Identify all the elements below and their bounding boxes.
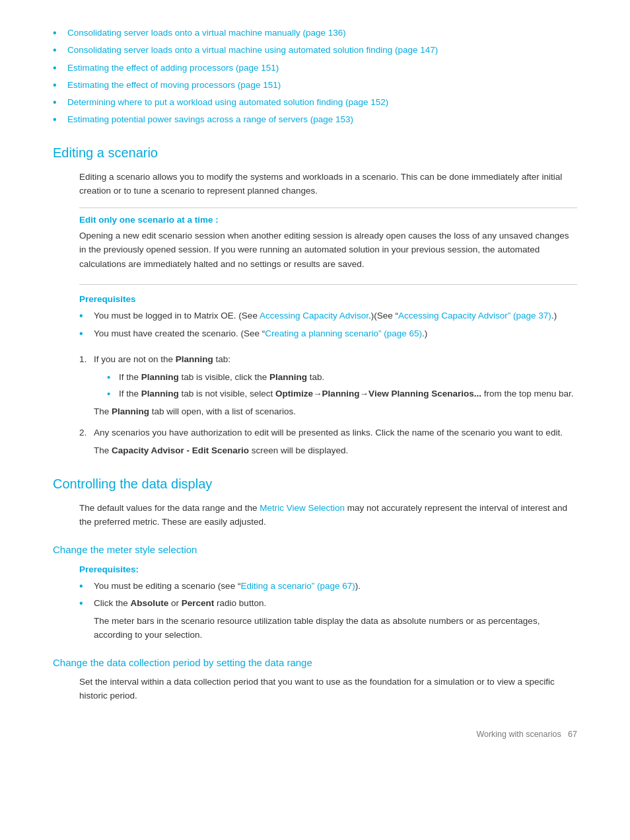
link-metric-view-selection[interactable]: Metric View Selection (260, 503, 345, 513)
controlling-data-intro: The default values for the data range an… (79, 501, 577, 529)
info-box-title: Edit only one scenario at a time : (79, 215, 577, 225)
list-item: Determining where to put a workload usin… (53, 96, 577, 109)
prerequisites-title: Prerequisites (79, 294, 577, 304)
link-creating-planning-scenario[interactable]: Creating a planning scenario” (page 65) (265, 328, 422, 338)
meter-followup: The meter bars in the scenario resource … (94, 614, 577, 642)
change-data-collection-content: Set the interval within a data collectio… (79, 675, 577, 703)
list-item: Consolidating server loads onto a virtua… (53, 44, 577, 57)
top-bullet-list: Consolidating server loads onto a virtua… (53, 26, 577, 127)
editing-scenario-content: Editing a scenario allows you to modify … (79, 170, 577, 458)
change-data-collection-intro: Set the interval within a data collectio… (79, 675, 577, 703)
link-estimating-moving[interactable]: Estimating the effect of moving processo… (67, 80, 281, 90)
link-accessing-capacity-advisor-1[interactable]: Accessing Capacity Advisor (260, 311, 368, 321)
controlling-data-display-content: The default values for the data range an… (79, 501, 577, 529)
link-accessing-capacity-advisor-2[interactable]: Accessing Capacity Advisor” (page 37) (398, 311, 551, 321)
sub-bullet-2: If the Planning tab is not visible, sele… (107, 387, 577, 401)
link-estimating-adding[interactable]: Estimating the effect of adding processo… (67, 63, 279, 73)
prerequisite-item-2: You must have created the scenario. (See… (79, 327, 577, 340)
prerequisites-list: You must be logged in to Matrix OE. (See… (79, 309, 577, 340)
change-meter-style-content: Prerequisites: You must be editing a sce… (79, 564, 577, 642)
prerequisite-item-1: You must be logged in to Matrix OE. (See… (79, 309, 577, 323)
change-meter-style-heading: Change the meter style selection (53, 544, 577, 555)
sub-bullet-1: If the Planning tab is visible, click th… (107, 371, 577, 384)
step-1-subbullets: If the Planning tab is visible, click th… (107, 371, 577, 401)
list-item: Estimating the effect of adding processo… (53, 61, 577, 75)
step-1-text: If you are not on the Planning tab: (94, 354, 230, 364)
list-item: Estimating potential power savings acros… (53, 113, 577, 126)
link-estimating-power[interactable]: Estimating potential power savings acros… (67, 114, 353, 124)
link-consolidating-auto[interactable]: Consolidating server loads onto a virtua… (67, 45, 438, 55)
step-2: 2. Any scenarios you have authorization … (79, 426, 577, 458)
editing-scenario-heading: Editing a scenario (53, 145, 577, 161)
step-2-num: 2. (79, 426, 87, 440)
page-container: Consolidating server loads onto a virtua… (0, 0, 630, 779)
meter-prerequisites-title: Prerequisites: (79, 564, 577, 574)
editing-scenario-intro: Editing a scenario allows you to modify … (79, 170, 577, 198)
link-editing-scenario-ref[interactable]: Editing a scenario” (page 67) (240, 581, 355, 591)
change-data-collection-heading: Change the data collection period by set… (53, 657, 577, 668)
footer-page: 67 (568, 730, 577, 739)
footer-text: Working with scenarios (476, 730, 561, 739)
link-determining-workload[interactable]: Determining where to put a workload usin… (67, 97, 388, 107)
step-1: 1. If you are not on the Planning tab: I… (79, 352, 577, 419)
step-2-followup: The Capacity Advisor - Edit Scenario scr… (94, 443, 577, 458)
steps-list: 1. If you are not on the Planning tab: I… (79, 352, 577, 458)
list-item: Estimating the effect of moving processo… (53, 79, 577, 92)
controlling-data-display-heading: Controlling the data display (53, 477, 577, 492)
info-box-body: Opening a new edit scenario session when… (79, 229, 577, 272)
step-2-text: Any scenarios you have authorization to … (94, 428, 563, 438)
meter-prereq-2: Click the Absolute or Percent radio butt… (79, 597, 577, 642)
list-item: Consolidating server loads onto a virtua… (53, 26, 577, 40)
step-1-followup: The Planning tab will open, with a list … (94, 404, 577, 419)
step-1-num: 1. (79, 352, 87, 367)
meter-prerequisites-list: You must be editing a scenario (see “Edi… (79, 580, 577, 642)
link-consolidating-manual[interactable]: Consolidating server loads onto a virtua… (67, 28, 346, 38)
edit-one-scenario-box: Edit only one scenario at a time : Openi… (79, 208, 577, 286)
meter-prereq-1: You must be editing a scenario (see “Edi… (79, 580, 577, 593)
footer: Working with scenarios 67 (53, 730, 577, 739)
